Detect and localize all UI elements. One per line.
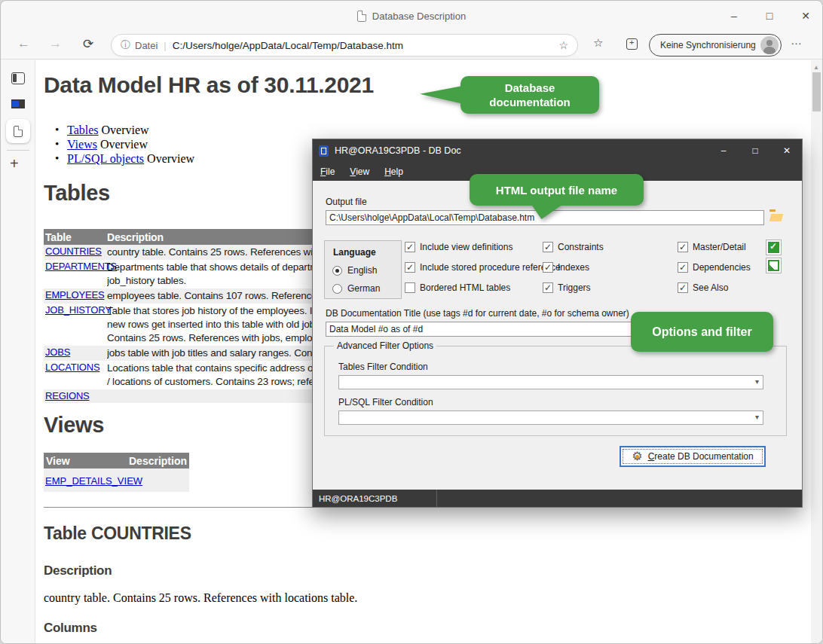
browser-maximize-button[interactable]: □ — [753, 1, 786, 31]
menu-file[interactable]: File — [320, 166, 335, 177]
refresh-icon[interactable]: ⟳ — [83, 36, 93, 52]
scrollbar-thumb[interactable] — [812, 72, 821, 111]
toc-item-plsql: PL/SQL objects Overview — [67, 152, 194, 166]
views-heading: Views — [44, 413, 104, 438]
tab-favicon-icon[interactable] — [11, 99, 25, 108]
jobs-link[interactable]: JOBS — [45, 346, 70, 358]
add-favorite-icon[interactable]: ☆ — [558, 39, 568, 51]
table-row: EMP_DETAILS_VIEW — [44, 469, 189, 492]
uncheck-all-button[interactable] — [766, 258, 782, 273]
advanced-filter-groupbox: Advanced Filter Options Tables Filter Co… — [324, 346, 787, 436]
table-countries-heading: Table COUNTRIES — [44, 523, 191, 544]
locations-link[interactable]: LOCATIONS — [45, 362, 99, 373]
col-table: Table — [44, 230, 107, 243]
dialog-close-button[interactable]: ✕ — [772, 139, 802, 162]
menu-view[interactable]: View — [350, 166, 369, 177]
site-info-icon[interactable]: ⓘ — [121, 38, 130, 52]
emp-details-view-link[interactable]: EMP_DETAILS_VIEW — [45, 475, 142, 487]
menu-help[interactable]: Help — [384, 166, 403, 177]
check-all-button[interactable] — [766, 240, 782, 255]
address-url[interactable]: C:/Users/holge/AppData/Local/Temp/Databa… — [173, 40, 559, 51]
views-link[interactable]: Views — [67, 138, 97, 151]
address-scheme-label: Datei — [135, 40, 158, 51]
page-scrollbar[interactable]: ▲ — [811, 60, 822, 643]
collections-icon[interactable]: + — [626, 38, 638, 50]
page-title: Data Model HR as of 30.11.2021 — [44, 72, 374, 98]
dialog-minimize-button[interactable]: – — [708, 139, 739, 162]
radio-english[interactable]: English — [332, 265, 377, 276]
browser-close-button[interactable]: ✕ — [789, 1, 822, 31]
checkbox-see-also[interactable]: See Also — [678, 282, 728, 293]
address-bar[interactable]: ⓘ Datei | C:/Users/holge/AppData/Local/T… — [111, 34, 578, 56]
profile-avatar — [760, 36, 779, 54]
checkbox-icon — [678, 282, 688, 293]
favorites-icon[interactable]: ☆ — [593, 36, 603, 50]
toc-item-views: Views Overview — [67, 138, 148, 151]
gear-icon: ⚙ — [632, 450, 642, 462]
advanced-filter-label: Advanced Filter Options — [334, 340, 436, 351]
tables-heading: Tables — [44, 181, 110, 206]
radio-dot-icon — [332, 284, 342, 294]
browser-window-title: Database Description — [372, 11, 466, 22]
checkbox-dependencies[interactable]: Dependencies — [678, 262, 751, 273]
back-icon[interactable]: ← — [17, 36, 30, 51]
col-view: View — [44, 455, 129, 467]
browser-titlebar: Database Description — [1, 1, 822, 31]
new-tab-button[interactable]: + — [10, 155, 19, 172]
checkbox-indexes[interactable]: Indexes — [543, 262, 589, 273]
regions-link[interactable]: REGIONS — [45, 390, 90, 401]
active-tab-button[interactable] — [6, 119, 30, 143]
dialog-statusbar: HR@ORA19C3PDB — [313, 490, 802, 507]
sync-profile-button[interactable]: Keine Synchronisierung — [649, 34, 782, 56]
checkbox-triggers[interactable]: Triggers — [543, 282, 591, 293]
vertical-tabs-sidebar: + — [1, 60, 35, 643]
checkbox-bordered-html-tables[interactable]: Bordered HTML tables — [405, 282, 510, 293]
checkbox-icon — [405, 282, 415, 293]
checkbox-icon — [405, 242, 415, 252]
sidebar-divider — [7, 150, 29, 151]
callout-html-output-file-name: HTML output file name — [470, 174, 644, 206]
address-divider: | — [164, 40, 166, 51]
language-groupbox: Language English German — [324, 240, 402, 299]
plsql-filter-combobox[interactable] — [338, 411, 763, 425]
checkbox-icon — [543, 262, 553, 273]
employees-link[interactable]: EMPLOYEES — [45, 289, 104, 301]
radio-german[interactable]: German — [332, 283, 380, 294]
checkbox-icon — [678, 242, 688, 252]
columns-heading: Columns — [44, 621, 97, 636]
radio-dot-icon — [332, 266, 342, 276]
dialog-app-icon — [319, 145, 329, 157]
browser-minimize-button[interactable]: – — [717, 1, 751, 31]
callout-database-documentation: Database documentation — [417, 76, 599, 114]
job-history-link[interactable]: JOB_HISTORY — [45, 304, 112, 316]
countries-description-text: country table. Contains 25 rows. Referen… — [44, 591, 357, 605]
departments-link[interactable]: DEPARTMENTS — [45, 261, 117, 272]
tables-filter-label: Tables Filter Condition — [338, 362, 428, 372]
description-heading: Description — [44, 563, 112, 578]
forward-icon[interactable]: → — [49, 36, 62, 51]
checkbox-icon — [678, 262, 688, 273]
countries-link[interactable]: COUNTRIES — [45, 246, 102, 257]
create-db-documentation-button[interactable]: ⚙ Create DB Documentation — [620, 446, 766, 467]
scroll-up-icon[interactable]: ▲ — [813, 64, 819, 71]
checkbox-icon — [543, 242, 553, 252]
language-label: Language — [333, 247, 376, 258]
status-connection: HR@ORA19C3PDB — [313, 490, 437, 507]
toc-item-tables: Tables Overview — [67, 124, 149, 137]
active-tab-doc-icon — [14, 126, 23, 137]
dialog-maximize-button[interactable]: □ — [740, 139, 770, 162]
tab-panel-toggle-icon[interactable] — [11, 72, 25, 84]
plsql-objects-link[interactable]: PL/SQL objects — [67, 152, 144, 165]
tables-link[interactable]: Tables — [67, 124, 99, 136]
tables-filter-combobox[interactable] — [338, 375, 763, 389]
checkbox-icon — [543, 282, 553, 293]
checkbox-include-stored-procedure-reference[interactable]: Include stored procedure reference — [405, 262, 561, 273]
browser-menu-icon[interactable]: … — [791, 34, 803, 47]
plsql-filter-label: PL/SQL Filter Condition — [338, 397, 433, 407]
checkbox-include-view-definitions[interactable]: Include view definitions — [405, 242, 512, 252]
checkbox-master-detail[interactable]: Master/Detail — [678, 242, 746, 252]
checkbox-constraints[interactable]: Constraints — [543, 242, 604, 252]
doc-title-label: DB Documentation Title (use tags #d for … — [326, 308, 629, 319]
uncheck-all-icon — [768, 260, 779, 271]
views-header-row: View Description — [44, 453, 189, 469]
